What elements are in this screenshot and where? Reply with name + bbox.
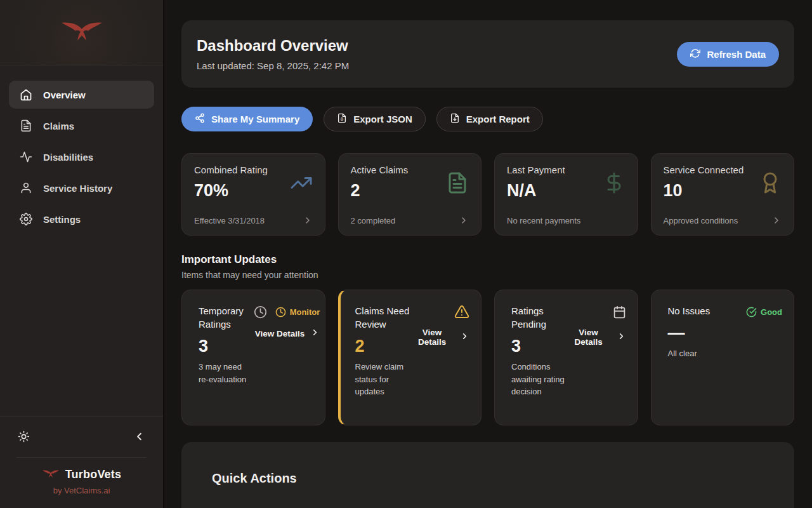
update-value: 2: [355, 337, 410, 356]
update-title: No Issues: [668, 304, 723, 318]
section-subtitle: Items that may need your attention: [181, 270, 794, 280]
brand: TurboVets: [10, 468, 153, 481]
sidebar-item-label: Disabilities: [43, 152, 93, 163]
monitor-status-badge: Monitor: [275, 307, 320, 318]
refresh-data-label: Refresh Data: [707, 49, 766, 60]
update-value: 3: [199, 337, 254, 356]
section-title: Important Updates: [181, 253, 794, 266]
stat-description: Approved conditions: [664, 216, 738, 225]
update-card-temporary-ratings: Temporary Ratings 3 3 may need re-evalua…: [181, 290, 325, 425]
trending-up-icon: [290, 171, 313, 194]
sidebar-item-disabilities[interactable]: Disabilities: [9, 143, 154, 171]
alert-triangle-icon: [454, 304, 469, 319]
export-report-label: Export Report: [466, 114, 530, 124]
export-json-label: Export JSON: [353, 114, 412, 124]
page-header-text: Dashboard Overview Last updated: Sep 8, …: [197, 37, 349, 71]
stat-description: 2 completed: [351, 216, 396, 225]
update-value: 3: [511, 337, 566, 356]
user-icon: [20, 182, 32, 194]
update-value: —: [668, 323, 723, 343]
share-summary-button[interactable]: Share My Summary: [181, 107, 313, 131]
sidebar-nav: Overview Claims Disabilities Service His…: [0, 65, 163, 416]
update-title: Claims Need Review: [355, 304, 410, 331]
turbovets-mini-logo-icon: [42, 469, 60, 481]
file-text-icon: [20, 119, 32, 132]
sidebar-item-label: Settings: [43, 214, 81, 225]
stat-value: 2: [351, 181, 409, 201]
badge-label: Good: [761, 307, 782, 317]
refresh-icon: [690, 48, 700, 60]
calendar-icon: [613, 305, 626, 319]
update-description: 3 may need re-evaluation: [199, 361, 254, 385]
sidebar-item-service-history[interactable]: Service History: [9, 174, 154, 202]
chevron-right-icon: [310, 328, 320, 339]
update-card-claims-need-review: Claims Need Review 2 Review claim status…: [338, 290, 482, 425]
award-icon: [759, 171, 782, 194]
chevron-right-icon: [460, 331, 469, 343]
stat-footer: No recent payments: [507, 216, 625, 225]
view-details-label: View Details: [410, 328, 454, 347]
sidebar-item-label: Claims: [43, 121, 74, 131]
update-title: Temporary Ratings: [199, 304, 254, 331]
update-title: Ratings Pending: [511, 304, 566, 331]
good-status-badge: Good: [746, 307, 782, 318]
view-details-button[interactable]: View Details: [410, 328, 469, 347]
sidebar-item-claims[interactable]: Claims: [9, 112, 154, 140]
chevron-right-icon: [459, 215, 469, 225]
activity-icon: [20, 150, 32, 163]
turbovets-eagle-logo-icon: [60, 19, 103, 46]
stat-card-combined-rating[interactable]: Combined Rating 70% Effective 3/31/2018: [181, 153, 325, 236]
refresh-data-button[interactable]: Refresh Data: [677, 42, 779, 67]
clock-icon: [275, 307, 286, 318]
stat-card-active-claims[interactable]: Active Claims 2 2 completed: [338, 153, 482, 236]
update-description: All clear: [668, 347, 723, 360]
share-icon: [195, 113, 205, 125]
view-details-label: View Details: [255, 329, 305, 338]
chevron-right-icon: [771, 215, 782, 225]
update-description: Conditions awaiting rating decision: [511, 361, 566, 398]
file-download-icon: [450, 113, 460, 125]
stat-card-service-connected[interactable]: Service Connected 10 Approved conditions: [651, 153, 795, 236]
stat-footer: Approved conditions: [664, 215, 782, 225]
stat-description: No recent payments: [507, 216, 580, 225]
update-card-ratings-pending: Ratings Pending 3 Conditions awaiting ra…: [494, 290, 638, 425]
sidebar-divider: [16, 457, 147, 458]
brand-name: TurboVets: [65, 468, 121, 481]
stat-footer: 2 completed: [351, 215, 469, 225]
stat-title: Service Connected: [664, 164, 744, 175]
stat-card-last-payment[interactable]: Last Payment N/A No recent payments: [494, 153, 638, 236]
stat-value: 10: [664, 181, 744, 201]
view-details-button[interactable]: View Details: [566, 328, 626, 347]
brand-byline: by VetClaims.ai: [10, 486, 153, 495]
update-description: Review claim status for updates: [355, 361, 410, 398]
stat-title: Combined Rating: [194, 164, 268, 175]
chevron-left-icon: [133, 431, 145, 444]
last-updated-text: Last updated: Sep 8, 2025, 2:42 PM: [197, 60, 349, 71]
stat-title: Active Claims: [351, 164, 409, 175]
stat-value: N/A: [507, 181, 565, 201]
stat-footer: Effective 3/31/2018: [194, 215, 313, 225]
update-card-no-issues: No Issues — All clear Good: [651, 290, 795, 425]
gear-icon: [20, 213, 32, 225]
sidebar-item-overview[interactable]: Overview: [9, 81, 154, 109]
check-circle-icon: [746, 307, 757, 318]
important-updates-heading: Important Updates Items that may need yo…: [181, 253, 794, 280]
svg-text:{}: {}: [341, 117, 344, 121]
stat-main: Last Payment N/A: [507, 164, 625, 201]
view-details-label: View Details: [566, 328, 611, 347]
sidebar-item-settings[interactable]: Settings: [9, 205, 154, 233]
export-json-button[interactable]: {} Export JSON: [324, 107, 426, 131]
sidebar: Overview Claims Disabilities Service His…: [0, 0, 164, 508]
sidebar-footer: TurboVets by VetClaims.ai: [0, 416, 163, 508]
stats-row: Combined Rating 70% Effective 3/31/2018: [181, 153, 794, 236]
sun-icon: [18, 431, 30, 444]
app-window: Overview Claims Disabilities Service His…: [0, 0, 812, 508]
actions-row: Share My Summary {} Export JSON Export R…: [181, 107, 794, 131]
sidebar-collapse-button[interactable]: [131, 428, 148, 447]
stat-title: Last Payment: [507, 164, 565, 175]
export-report-button[interactable]: Export Report: [436, 107, 543, 131]
file-json-icon: {}: [337, 113, 347, 125]
theme-toggle-button[interactable]: [15, 428, 32, 447]
quick-actions-card: Quick Actions: [181, 442, 794, 508]
view-details-button[interactable]: View Details: [255, 328, 320, 339]
